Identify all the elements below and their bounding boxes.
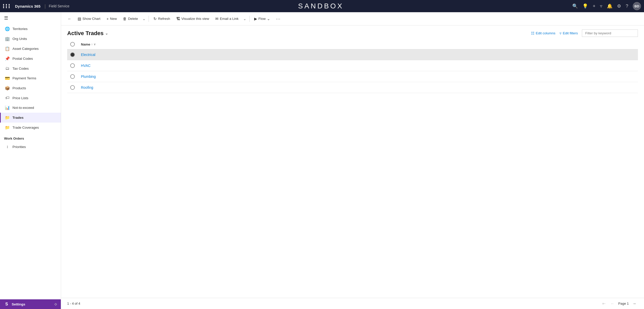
filter-icon[interactable]: ▿	[600, 3, 602, 9]
trade-coverages-icon: 📁	[5, 125, 10, 130]
back-button[interactable]: ←	[65, 15, 74, 22]
first-page-button[interactable]: ⇤	[601, 301, 607, 306]
email-icon: ✉	[215, 17, 219, 21]
sidebar-item-tax-codes[interactable]: 🗂 Tax Codes	[0, 64, 61, 73]
view-header: Active Trades ⌄ ☷ Edit columns ▿ Edit fi…	[61, 25, 644, 39]
table-row[interactable]: Plumbing	[67, 71, 638, 82]
view-title[interactable]: Active Trades ⌄	[67, 30, 108, 37]
delete-dropdown[interactable]: ⌄	[141, 15, 147, 22]
sidebar-label-not-to-exceed: Not-to-exceed	[12, 106, 34, 110]
price-lists-icon: 🏷	[5, 96, 10, 100]
payment-terms-icon: 💳	[5, 76, 10, 81]
asset-categories-icon: 📋	[5, 46, 10, 51]
top-nav-icons: 🔍 💡 + ▿ 🔔 ⚙ ? BD	[572, 2, 641, 10]
pagination: ⇤ ← Page 1 →	[601, 301, 638, 306]
nav-separator: |	[45, 4, 46, 9]
brand-label[interactable]: Dynamics 365	[15, 4, 40, 8]
top-nav: Dynamics 365 | Field Service SANDBOX 🔍 💡…	[0, 0, 644, 12]
hamburger-icon[interactable]: ☰	[4, 15, 8, 21]
toolbar-sep-2	[249, 16, 250, 22]
table-row[interactable]: Roofing	[67, 82, 638, 93]
help-icon[interactable]: ?	[626, 4, 628, 9]
module-label[interactable]: Field Service	[49, 4, 69, 8]
table-row[interactable]: HVAC	[67, 60, 638, 71]
lightbulb-icon[interactable]: 💡	[582, 3, 588, 9]
row-checkbox[interactable]	[70, 63, 75, 68]
settings-label: Settings	[12, 302, 25, 306]
refresh-button[interactable]: ↻ Refresh	[151, 15, 173, 23]
table-area: Name ↑ ∨ ElectricalHVACPlumbingRoofing	[61, 39, 644, 298]
sidebar-label-tax-codes: Tax Codes	[12, 67, 29, 70]
user-avatar[interactable]: BD	[633, 2, 641, 10]
header-checkbox-col	[67, 39, 78, 49]
refresh-label: Refresh	[158, 17, 170, 21]
show-chart-label: Show Chart	[82, 17, 101, 21]
view-header-actions: ☷ Edit columns ▿ Edit filters	[531, 30, 638, 37]
sidebar-header: ☰	[0, 12, 61, 24]
sidebar-item-postal-codes[interactable]: 📌 Postal Codes	[0, 54, 61, 64]
view-title-text: Active Trades	[67, 30, 104, 37]
row-name-link[interactable]: HVAC	[81, 64, 91, 68]
app-grid-icon[interactable]	[3, 4, 11, 8]
toolbar-sep-1	[149, 16, 149, 22]
new-label: New	[110, 17, 117, 21]
filter-keyword-input[interactable]	[582, 30, 638, 37]
flow-button[interactable]: ▶ Flow ⌄	[252, 15, 273, 23]
edit-columns-button[interactable]: ☷ Edit columns	[531, 31, 555, 36]
flow-label: Flow	[259, 17, 266, 21]
view-title-chevron-icon: ⌄	[105, 31, 108, 35]
back-icon: ←	[68, 17, 71, 21]
sidebar-item-trades[interactable]: 📁 Trades	[0, 113, 61, 123]
plus-icon[interactable]: +	[593, 4, 595, 9]
show-chart-button[interactable]: ▨ Show Chart	[75, 15, 103, 23]
delete-button[interactable]: 🗑 Delete	[120, 15, 140, 22]
visualize-icon: 🏗	[176, 17, 180, 21]
sidebar-item-not-to-exceed[interactable]: 📊 Not-to-exceed	[0, 103, 61, 113]
select-all-checkbox[interactable]	[70, 42, 75, 47]
new-button[interactable]: + New	[104, 15, 120, 22]
edit-filters-button[interactable]: ▿ Edit filters	[560, 31, 578, 36]
delete-label: Delete	[128, 17, 138, 21]
sidebar-item-payment-terms[interactable]: 💳 Payment Terms	[0, 73, 61, 83]
sidebar-item-org-units[interactable]: 🏢 Org Units	[0, 34, 61, 44]
edit-filters-label: Edit filters	[563, 31, 578, 35]
search-icon[interactable]: 🔍	[572, 3, 578, 9]
sort-toggle-icon[interactable]: ∨	[94, 43, 96, 46]
prev-page-button[interactable]: ←	[609, 301, 616, 306]
sidebar-bottom: S Settings ◇	[0, 299, 61, 309]
gear-icon[interactable]: ⚙	[617, 3, 621, 9]
edit-columns-icon: ☷	[531, 31, 534, 36]
sidebar-label-asset-categories: Asset Categories	[12, 47, 39, 51]
sidebar-item-asset-categories[interactable]: 📋 Asset Categories	[0, 44, 61, 54]
sidebar-item-territories[interactable]: 🌐 Territories	[0, 24, 61, 34]
products-icon: 📦	[5, 86, 10, 91]
more-button[interactable]: ⋯	[274, 14, 282, 23]
visualize-button[interactable]: 🏗 Visualize this view	[174, 15, 212, 22]
email-link-button[interactable]: ✉ Email a Link	[213, 15, 241, 23]
bell-icon[interactable]: 🔔	[607, 3, 612, 9]
sidebar-label-payment-terms: Payment Terms	[12, 76, 36, 80]
row-name-link[interactable]: Plumbing	[81, 75, 96, 79]
data-table: Name ↑ ∨ ElectricalHVACPlumbingRoofing	[67, 39, 638, 93]
sidebar-item-trade-coverages[interactable]: 📁 Trade Coverages	[0, 123, 61, 133]
header-name-col[interactable]: Name ↑ ∨	[78, 39, 638, 49]
sidebar-item-priorities[interactable]: ↕ Priorities	[0, 142, 61, 152]
row-checkbox[interactable]	[70, 85, 75, 90]
priorities-icon: ↕	[5, 144, 10, 149]
sidebar-label-priorities: Priorities	[12, 145, 26, 149]
sidebar-label-price-lists: Price Lists	[12, 96, 28, 100]
row-name-link[interactable]: Electrical	[81, 53, 95, 57]
sidebar-item-price-lists[interactable]: 🏷 Price Lists	[0, 93, 61, 103]
next-page-button[interactable]: →	[631, 301, 638, 306]
content-area: ← ▨ Show Chart + New 🗑 Delete ⌄ ↻ Refres…	[61, 12, 644, 309]
row-checkbox[interactable]	[70, 74, 75, 79]
email-dropdown[interactable]: ⌄	[242, 15, 247, 22]
row-checkbox[interactable]	[70, 52, 75, 57]
sidebar-item-products[interactable]: 📦 Products	[0, 83, 61, 93]
settings-chevron-icon: ◇	[54, 302, 57, 306]
work-orders-section: Work Orders	[0, 133, 61, 142]
postal-codes-icon: 📌	[5, 56, 10, 61]
row-name-link[interactable]: Roofing	[81, 85, 93, 90]
table-row[interactable]: Electrical	[67, 49, 638, 60]
sidebar-settings[interactable]: S Settings ◇	[0, 299, 61, 309]
